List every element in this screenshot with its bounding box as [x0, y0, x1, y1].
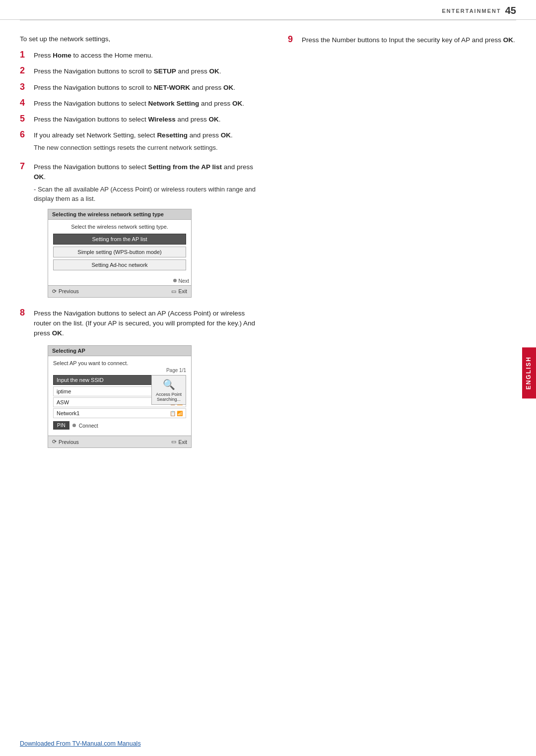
dialog2-page: Page 1/1: [53, 368, 186, 373]
step-2-text: Press the Navigation buttons to scroll t…: [34, 66, 263, 76]
step-4-text: Press the Navigation buttons to select N…: [34, 99, 263, 109]
steps-list: 1 Press Home to access the Home menu. 2 …: [20, 51, 263, 453]
main-content: To set up the network settings, 1 Press …: [0, 20, 536, 474]
network-row-network1[interactable]: Network1 📋 📶: [53, 408, 186, 418]
step-1-text: Press Home to access the Home menu.: [34, 51, 263, 61]
clipboard-icon-n1: 📋: [170, 411, 176, 416]
step-8: 8 Press the Navigation buttons to select…: [20, 309, 263, 453]
step-9-number: 9: [288, 34, 302, 45]
step-7-number: 7: [20, 161, 34, 172]
connect-label: Connect: [79, 423, 98, 429]
dialog2-body: Select AP you want to connect. Page 1/1 …: [48, 356, 191, 436]
page-container: ENTERTAINMENT 45 ENGLISH To set up the n…: [0, 0, 536, 756]
signal-icon-n1: 📶: [177, 411, 183, 416]
dialog1-footer: ⟳ Previous ▭ Exit: [48, 285, 191, 297]
prev-icon-2: ⟳: [52, 439, 57, 445]
step-6-text: If you already set Network Setting, sele…: [34, 131, 233, 139]
language-tab: ENGLISH: [522, 347, 536, 398]
prev-icon: ⟳: [52, 288, 57, 295]
dialog1-next-label: Next: [178, 278, 189, 284]
selecting-ap-dialog: Selecting AP Select AP you want to conne…: [48, 345, 192, 448]
pin-btn[interactable]: PIN: [53, 421, 69, 430]
step-6: 6 If you already set Network Setting, se…: [20, 130, 263, 156]
page-number: 45: [505, 5, 516, 16]
dialog1-exit-btn[interactable]: ▭ Exit: [171, 288, 187, 295]
step-5-text: Press the Navigation buttons to select W…: [34, 115, 263, 125]
step-3: 3 Press the Navigation buttons to scroll…: [20, 83, 263, 93]
step-5-number: 5: [20, 114, 34, 124]
step-4: 4 Press the Navigation buttons to select…: [20, 99, 263, 109]
dialog1-title: Selecting the wireless network setting t…: [48, 209, 191, 220]
dialog1-body: Select the wireless network setting type…: [48, 220, 191, 276]
dialog2-exit-label: Exit: [178, 439, 187, 445]
ad-hoc-btn[interactable]: Setting Ad-hoc network: [53, 259, 186, 270]
step-3-number: 3: [20, 82, 34, 92]
exit-icon: ▭: [171, 288, 176, 295]
dialog1-subtitle: Select the wireless network setting type…: [53, 224, 186, 230]
next-dot-icon: [173, 279, 177, 282]
step-2: 2 Press the Navigation buttons to scroll…: [20, 66, 263, 76]
step-7-text: Press the Navigation buttons to select S…: [34, 163, 253, 181]
step-6-number: 6: [20, 129, 34, 140]
step-2-number: 2: [20, 65, 34, 76]
step-3-text: Press the Navigation buttons to scroll t…: [34, 83, 263, 93]
ap-search-box: 🔍 Access Point Searching...: [151, 375, 186, 405]
dialog1-prev-label: Previous: [59, 288, 79, 294]
step-7-note: - Scan the all available AP (Access Poin…: [34, 185, 263, 204]
exit-icon-2: ▭: [171, 439, 176, 445]
footer-link[interactable]: Downloaded From TV-Manual.com Manuals: [20, 740, 141, 747]
setting-from-ap-list-btn[interactable]: Setting from the AP list: [53, 234, 186, 245]
section-label: ENTERTAINMENT: [442, 8, 501, 14]
network-name-iptime: iptime: [57, 388, 71, 394]
intro-text: To set up the network settings,: [20, 35, 263, 43]
step-5: 5 Press the Navigation buttons to select…: [20, 115, 263, 125]
network-icons-network1: 📋 📶: [170, 411, 183, 416]
step-9-text: Press the Number buttons to Input the se…: [302, 35, 515, 45]
search-label: Access Point Searching...: [152, 392, 186, 402]
simple-setting-btn[interactable]: Simple setting (WPS-button mode): [53, 247, 186, 257]
connect-row[interactable]: Connect: [72, 423, 98, 429]
dialog1-prev-btn[interactable]: ⟳ Previous: [52, 288, 79, 295]
network-name-asw: ASW: [57, 399, 69, 405]
dialog2-subtitle: Select AP you want to connect.: [53, 360, 186, 366]
step-8-text: Press the Navigation buttons to select a…: [34, 310, 255, 337]
step-1-number: 1: [20, 50, 34, 60]
step-8-number: 8: [20, 308, 34, 318]
dialog2-title: Selecting AP: [48, 346, 191, 356]
dialog2-prev-label: Previous: [59, 439, 79, 445]
step-7: 7 Press the Navigation buttons to select…: [20, 162, 263, 303]
step-6-note: The new connection settings resets the c…: [34, 143, 263, 153]
dialog1-next-row: Next: [48, 276, 191, 285]
page-header: ENTERTAINMENT 45: [0, 0, 536, 20]
left-column: To set up the network settings, 1 Press …: [20, 35, 278, 459]
search-magnify-icon: 🔍: [163, 378, 175, 390]
step-4-number: 4: [20, 98, 34, 108]
dialog1-exit-label: Exit: [178, 288, 187, 294]
connect-dot: [72, 424, 76, 427]
network-name-network1: Network1: [57, 410, 79, 416]
dialog2-exit-btn[interactable]: ▭ Exit: [171, 439, 187, 445]
wireless-type-dialog: Selecting the wireless network setting t…: [48, 209, 192, 298]
ap-action-row: PIN Connect: [53, 421, 186, 430]
step-9-container: 9 Press the Number buttons to Input the …: [288, 35, 516, 45]
dialog2-prev-btn[interactable]: ⟳ Previous: [52, 439, 79, 445]
right-column: 9 Press the Number buttons to Input the …: [278, 35, 516, 459]
dialog2-footer: ⟳ Previous ▭ Exit: [48, 436, 191, 447]
step-1: 1 Press Home to access the Home menu.: [20, 51, 263, 61]
